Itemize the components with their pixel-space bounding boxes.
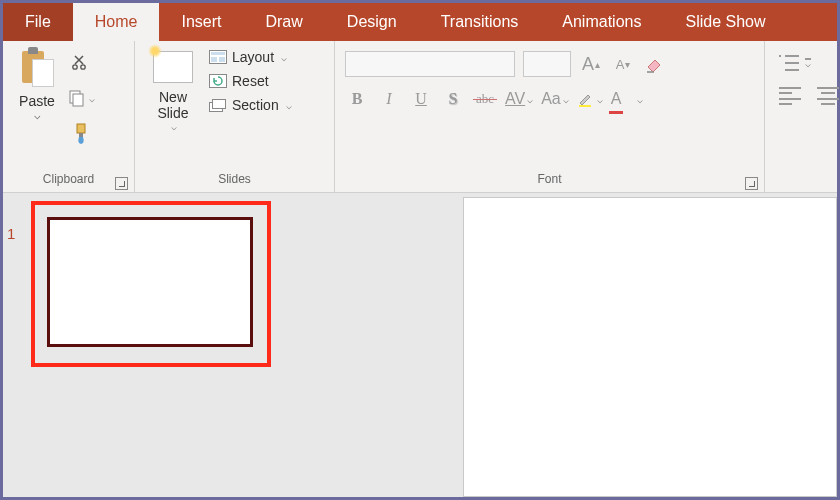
tab-transitions[interactable]: Transitions [419,3,541,41]
eraser-icon [645,55,665,73]
bullets-button[interactable]: ⌵ [779,55,801,73]
section-label: Section [232,97,279,113]
strikethrough-button[interactable]: abc [473,87,497,111]
slide-canvas-pane [293,193,837,497]
group-slides: New Slide ⌵ Layout ⌵ Reset Sec [135,41,335,192]
chevron-down-icon: ⌵ [34,109,41,122]
chevron-down-icon: ⌵ [286,100,292,111]
svg-point-0 [73,65,77,69]
tab-home[interactable]: Home [73,3,160,41]
increase-font-button[interactable]: A▴ [579,52,603,76]
reset-label: Reset [232,73,269,89]
layout-button[interactable]: Layout ⌵ [209,49,292,65]
clear-formatting-button[interactable] [643,52,667,76]
ribbon: Paste ⌵ ⌵ Clipboard [3,41,837,193]
app-window: File Home Insert Draw Design Transitions… [0,0,840,500]
svg-point-1 [81,65,85,69]
highlight-color-button[interactable]: ⌵ [577,87,603,111]
layout-icon [209,49,227,65]
slide-canvas[interactable] [463,197,837,497]
italic-button[interactable]: I [377,87,401,111]
group-paragraph: ⌵ [765,41,837,192]
chevron-down-icon: ⌵ [89,93,95,104]
align-left-button[interactable] [779,87,801,105]
font-dialog-launcher[interactable] [745,177,758,190]
tab-file[interactable]: File [3,3,73,41]
new-slide-label: New Slide [157,89,188,121]
slide-thumbnail-pane[interactable]: 1 [3,193,293,497]
new-slide-button[interactable]: New Slide ⌵ [143,47,203,132]
reset-button[interactable]: Reset [209,73,292,89]
align-center-button[interactable] [817,87,839,105]
group-label-clipboard: Clipboard [3,172,134,192]
copy-icon [67,88,87,108]
paste-button[interactable]: Paste ⌵ [11,47,63,122]
tab-slideshow[interactable]: Slide Show [663,3,787,41]
tab-insert[interactable]: Insert [159,3,243,41]
copy-button[interactable]: ⌵ [67,85,95,111]
change-case-button[interactable]: Aa⌵ [541,87,569,111]
clipboard-dialog-launcher[interactable] [115,177,128,190]
section-button[interactable]: Section ⌵ [209,97,292,113]
font-color-button[interactable]: A⌵ [611,87,644,111]
tab-design[interactable]: Design [325,3,419,41]
group-label-paragraph [765,172,837,192]
svg-rect-13 [579,105,591,107]
group-clipboard: Paste ⌵ ⌵ Clipboard [3,41,135,192]
group-font: A▴ A▾ B I U S abc AV⌵ Aa⌵ ⌵ [335,41,765,192]
slide-number: 1 [7,225,15,242]
svg-rect-12 [213,100,226,109]
section-icon [209,97,227,113]
scissors-icon [71,52,91,72]
svg-rect-8 [211,57,217,62]
group-label-font: Font [335,172,764,192]
group-label-slides: Slides [135,172,334,192]
highlighter-icon [577,90,595,108]
cut-button[interactable] [67,49,95,75]
decrease-font-button[interactable]: A▾ [611,52,635,76]
paste-icon [20,47,54,89]
reset-icon [209,73,227,89]
new-slide-icon [153,51,193,83]
svg-rect-5 [79,133,83,137]
paste-label: Paste [19,93,55,109]
svg-rect-9 [219,57,225,62]
svg-rect-4 [77,124,85,133]
ribbon-tabbar: File Home Insert Draw Design Transitions… [3,3,837,41]
bold-button[interactable]: B [345,87,369,111]
editor-area: 1 [3,193,837,497]
svg-rect-3 [73,94,83,106]
svg-rect-7 [211,52,225,55]
tab-draw[interactable]: Draw [243,3,324,41]
font-size-select[interactable] [523,51,571,77]
format-painter-button[interactable] [67,121,95,147]
underline-button[interactable]: U [409,87,433,111]
slide-thumbnail-image[interactable] [47,217,253,347]
chevron-down-icon: ⌵ [281,52,287,63]
tab-animations[interactable]: Animations [540,3,663,41]
brush-icon [71,123,91,145]
character-spacing-button[interactable]: AV⌵ [505,87,533,111]
layout-label: Layout [232,49,274,65]
text-shadow-button[interactable]: S [441,87,465,111]
font-family-select[interactable] [345,51,515,77]
chevron-down-icon: ⌵ [171,121,177,132]
